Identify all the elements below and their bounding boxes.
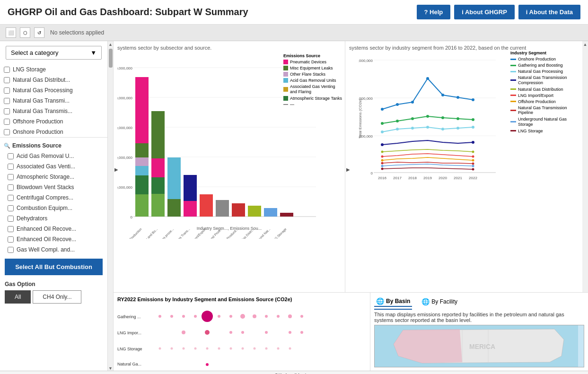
header: GHGRP Oil and Gas Dashboard: Subpart W S… bbox=[0, 0, 588, 25]
svg-point-83 bbox=[202, 311, 213, 322]
line-chart-legend: Industry Segment Onshore Production Gath… bbox=[510, 51, 586, 135]
list-item[interactable]: Natural Gas Processing bbox=[0, 85, 107, 96]
ng-distribution-checkbox[interactable] bbox=[4, 77, 10, 83]
list-item[interactable]: LNG Storage bbox=[0, 64, 107, 75]
line-scroll-up[interactable]: ▲ bbox=[583, 42, 588, 47]
list-item[interactable]: Combustion Equipm... bbox=[4, 203, 104, 213]
atm-storage-checkbox[interactable] bbox=[8, 174, 14, 180]
legend-label: Natural Gas Transmission Compression bbox=[518, 75, 575, 86]
list-item[interactable]: Acid Gas Removal U... bbox=[4, 151, 104, 161]
svg-text:LNG Impor...: LNG Impor... bbox=[117, 331, 141, 335]
bar-gathering bbox=[151, 111, 165, 158]
svg-text:2017: 2017 bbox=[393, 176, 402, 180]
eor1-checkbox[interactable] bbox=[8, 226, 14, 232]
eor2-checkbox[interactable] bbox=[8, 236, 14, 243]
about-data-button[interactable]: i About the Data bbox=[518, 5, 580, 19]
ng-transmi1-checkbox[interactable] bbox=[4, 98, 10, 104]
legend-color-pneumatic bbox=[283, 60, 288, 64]
legend-item: Acid Gas Removal Units bbox=[283, 78, 342, 83]
sidebar-item-label: Centrifugal Compres... bbox=[17, 194, 73, 201]
blowdown-checkbox[interactable] bbox=[8, 184, 14, 191]
ng-processing-checkbox[interactable] bbox=[4, 87, 10, 94]
gas-all-button[interactable]: All bbox=[5, 290, 31, 304]
select-rect-icon[interactable]: ⬜ bbox=[6, 27, 16, 38]
select-all-but-combustion-button[interactable]: Select All But Combustion bbox=[5, 259, 103, 275]
help-button[interactable]: ? Help bbox=[417, 5, 451, 19]
svg-text:40,000,000: 40,000,000 bbox=[117, 156, 133, 160]
svg-text:Onshore Production: Onshore Production bbox=[119, 227, 142, 239]
svg-text:Total Emissions (CO2e): Total Emissions (CO2e) bbox=[359, 99, 362, 139]
line-ngd bbox=[382, 149, 473, 152]
sidebar-scrollbar[interactable]: ▲ ▼ bbox=[108, 41, 114, 371]
basin-tab-label: By Basin bbox=[386, 298, 410, 304]
bubble-chart-panel: RY2022 Emissions by Industry Segment and… bbox=[114, 293, 370, 371]
svg-point-108 bbox=[265, 348, 268, 350]
sidebar-item-label: Onshore Production bbox=[13, 129, 63, 135]
legend-label: Offshore Production bbox=[518, 99, 556, 104]
legend-color-other bbox=[283, 104, 288, 105]
gas-well-checkbox[interactable] bbox=[8, 247, 14, 253]
combustion-checkbox[interactable] bbox=[8, 205, 14, 211]
legend-item: Onshore Production bbox=[510, 57, 586, 61]
gas-ch4-button[interactable]: CH4 Only... bbox=[33, 290, 81, 304]
scroll-up-arrow[interactable]: ▲ bbox=[108, 42, 113, 47]
svg-point-79 bbox=[158, 315, 161, 318]
list-item[interactable]: Offshore Production bbox=[0, 116, 107, 127]
bubble-chart-svg: Gathering ... LNG Impor... LNG Storage N… bbox=[117, 305, 321, 366]
dehydrators-checkbox[interactable] bbox=[8, 216, 14, 222]
list-item[interactable]: Natural Gas Distribut... bbox=[0, 75, 107, 85]
list-item[interactable]: Onshore Production bbox=[0, 127, 107, 137]
legend-item: Natural Gas Transmission Pipeline bbox=[510, 105, 586, 116]
line-chart-scrollbar[interactable]: ▲ bbox=[582, 41, 588, 292]
list-item[interactable]: Dehydrators bbox=[4, 213, 104, 224]
expand-left-icon[interactable]: ▶ bbox=[114, 167, 118, 172]
svg-point-68 bbox=[472, 159, 474, 162]
list-item[interactable]: Natural Gas Transmis... bbox=[0, 106, 107, 116]
by-facility-tab[interactable]: 🌐 By Facility bbox=[420, 296, 459, 307]
list-item[interactable]: Centrifugal Compres... bbox=[4, 192, 104, 203]
legend-item: LNG Storage bbox=[510, 129, 586, 133]
category-dropdown[interactable]: Select a category ▼ bbox=[6, 46, 102, 60]
centrifugal-checkbox[interactable] bbox=[8, 195, 14, 201]
list-item[interactable]: Natural Gas Transmi... bbox=[0, 96, 107, 106]
list-item[interactable]: Atmospheric Storage... bbox=[4, 172, 104, 182]
select-lasso-icon[interactable]: ⬡ bbox=[20, 27, 30, 38]
list-item[interactable]: Enhanced Oil Recove... bbox=[4, 224, 104, 234]
svg-point-82 bbox=[194, 315, 197, 318]
legend-line-ngtc bbox=[510, 79, 516, 81]
acid-gas-checkbox[interactable] bbox=[8, 153, 14, 159]
offshore-checkbox[interactable] bbox=[4, 119, 10, 125]
svg-point-101 bbox=[183, 348, 185, 350]
svg-point-91 bbox=[300, 315, 303, 318]
line-underground bbox=[382, 164, 473, 166]
svg-text:Gathering ...: Gathering ... bbox=[117, 314, 141, 319]
svg-point-55 bbox=[396, 128, 399, 130]
svg-point-111 bbox=[206, 363, 209, 366]
svg-point-50 bbox=[426, 115, 429, 118]
about-ghgrp-button[interactable]: i About GHGRP bbox=[454, 5, 515, 19]
legend-label: Onshore Production bbox=[518, 57, 556, 61]
bar-gathering-4 bbox=[151, 194, 165, 217]
list-item[interactable]: Enhanced Oil Recove... bbox=[4, 234, 104, 244]
bubble-chart-title: RY2022 Emissions by Industry Segment and… bbox=[117, 296, 366, 302]
sidebar-item-label: Natural Gas Transmis... bbox=[13, 108, 72, 114]
sidebar-item-label: Gas Well Compl. and... bbox=[17, 246, 75, 253]
svg-point-58 bbox=[441, 128, 444, 130]
list-item[interactable]: Gas Well Compl. and... bbox=[4, 244, 104, 255]
list-item[interactable]: Associated Gas Venti... bbox=[4, 161, 104, 172]
svg-point-65 bbox=[381, 156, 384, 158]
ng-transmi2-checkbox[interactable] bbox=[4, 108, 10, 114]
bar-chart-subtitle: systems sector by subsector and source. bbox=[117, 45, 341, 51]
legend-line-lng-storage bbox=[510, 130, 516, 131]
sidebar-item-label: LNG Storage bbox=[13, 66, 46, 73]
basin-facility-tabs: 🌐 By Basin 🌐 By Facility bbox=[374, 296, 584, 307]
reset-icon[interactable]: ↺ bbox=[34, 27, 44, 38]
scroll-down-arrow[interactable]: ▼ bbox=[108, 366, 113, 371]
onshore-checkbox[interactable] bbox=[4, 129, 10, 135]
lng-storage-checkbox[interactable] bbox=[4, 67, 10, 73]
expand-left-icon-2[interactable]: ▶ bbox=[346, 167, 350, 172]
assoc-gas-checkbox[interactable] bbox=[8, 164, 14, 170]
list-item[interactable]: Blowdown Vent Stacks bbox=[4, 182, 104, 192]
by-basin-tab[interactable]: 🌐 By Basin bbox=[374, 296, 412, 307]
svg-point-107 bbox=[254, 348, 256, 350]
